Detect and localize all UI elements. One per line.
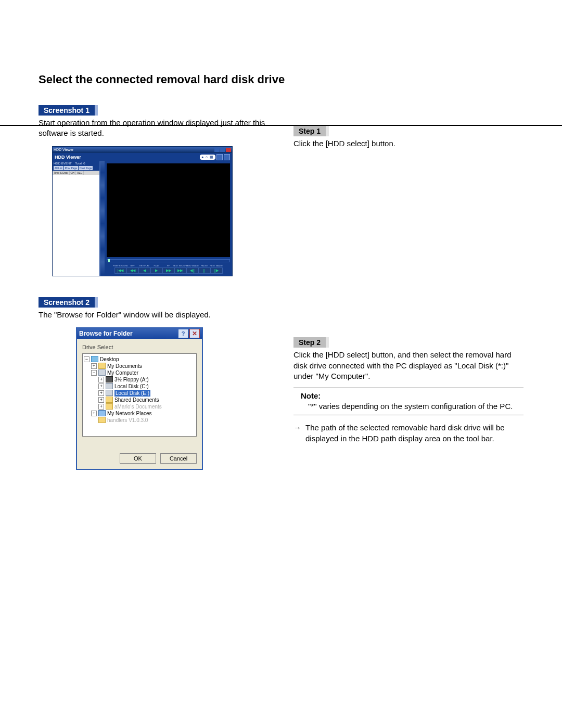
playback-button[interactable]: ▶ <box>150 267 163 274</box>
tree-local-e-selected[interactable]: Local Disk (E:) <box>114 390 150 397</box>
folder-tree[interactable]: −Desktop +My Documents −My Computer +3½ … <box>82 353 197 437</box>
hdd-select-button[interactable]: ●⌂▦ <box>200 155 215 160</box>
screenshot1-label: Screenshot 1 <box>39 105 98 116</box>
playback-button[interactable]: || <box>198 267 211 274</box>
collapse-icon[interactable]: − <box>84 356 90 362</box>
tree-desktop[interactable]: Desktop <box>100 356 119 363</box>
step2-label: Step 2 <box>293 337 329 348</box>
expand-icon[interactable]: + <box>98 397 104 403</box>
hdd-total-label: Total: <box>75 162 82 165</box>
playback-button[interactable]: ◀ <box>138 267 151 274</box>
bff-titlebar: Browse for Folder ? ✕ <box>77 328 202 339</box>
drive-icon <box>106 390 113 396</box>
maximize-icon[interactable] <box>220 148 225 152</box>
playback-button[interactable]: ▶▶| <box>174 267 187 274</box>
hdd-event-panel: HDD EVENT Total: 0 All List Prev Page Ne… <box>53 161 100 276</box>
hdd-total-value: 0 <box>83 162 85 165</box>
screenshot1-text: Start operation from the operation windo… <box>39 118 269 139</box>
toolbar-folder-icon[interactable] <box>216 154 223 160</box>
tree-user-docs[interactable]: aMario's Documents <box>114 403 162 410</box>
close-icon[interactable] <box>226 148 231 152</box>
folder-icon <box>98 363 106 369</box>
expand-icon[interactable]: + <box>98 384 104 389</box>
col-rec: REC <box>76 171 84 175</box>
hdd-viewer-toolbar: HDD Viewer ●⌂▦ <box>53 153 232 161</box>
note-rule-bottom <box>293 415 523 415</box>
hdd-event-list <box>53 175 99 276</box>
drive-select-label: Drive Select <box>82 344 197 350</box>
tree-shared-docs[interactable]: Shared Documents <box>114 397 159 403</box>
screenshot2-label: Screenshot 2 <box>39 297 98 308</box>
folder-icon <box>106 403 113 410</box>
note-body: "*" varies depending on the system confi… <box>308 401 523 412</box>
seek-bar[interactable] <box>107 259 230 262</box>
hdd-event-label: HDD EVENT <box>54 162 72 165</box>
folder-icon <box>106 397 113 403</box>
step1-text: Click the [HDD select] button. <box>293 138 523 149</box>
desktop-icon <box>91 356 98 362</box>
expand-icon[interactable]: + <box>98 377 104 382</box>
playback-button[interactable]: ◀|| <box>186 267 199 274</box>
network-icon <box>98 410 106 416</box>
collapse-icon[interactable]: − <box>91 370 97 376</box>
step2-text: Click the [HDD select] button, and then … <box>293 350 523 381</box>
computer-icon <box>98 369 106 376</box>
hdd-viewer-titlebar: HDD Viewer <box>53 147 232 153</box>
folder-icon <box>98 417 106 423</box>
tree-my-computer[interactable]: My Computer <box>107 369 138 376</box>
expand-icon[interactable]: + <box>91 363 97 369</box>
playback-button[interactable]: ▶▶ <box>162 267 175 274</box>
tree-local-c[interactable]: Local Disk (C:) <box>114 383 149 390</box>
tab-all-list[interactable]: All List <box>54 166 63 170</box>
page-heading: Select the connected removal hard disk d… <box>39 73 523 86</box>
step2-result-text: The path of the selected removable hard … <box>305 423 523 444</box>
tree-last-grey: handlers V1.0.3.0 <box>107 417 148 424</box>
video-area <box>107 163 230 257</box>
minimize-icon[interactable] <box>214 148 220 152</box>
tree-floppy[interactable]: 3½ Floppy (A:) <box>114 376 149 383</box>
tab-next-page[interactable]: Next Page <box>79 166 93 170</box>
divider-stripes <box>100 161 105 276</box>
top-rule <box>0 125 562 126</box>
toolbar-exit-icon[interactable] <box>224 154 230 160</box>
col-ch: CH <box>70 171 76 175</box>
close-icon[interactable]: ✕ <box>189 329 200 338</box>
playback-button[interactable]: |◀◀ <box>114 267 127 274</box>
note-rule-top <box>293 388 523 388</box>
cancel-button[interactable]: Cancel <box>160 453 197 464</box>
arrow-icon: → <box>293 423 301 444</box>
playback-button[interactable]: ||▶ <box>210 267 223 274</box>
expand-icon[interactable]: + <box>98 390 104 396</box>
expand-icon[interactable]: + <box>91 411 97 416</box>
hdd-viewer-window: HDD Viewer HDD Viewer ●⌂▦ <box>52 146 233 276</box>
tab-prev-page[interactable]: Prev Page <box>64 166 78 170</box>
playback-button[interactable]: ◀◀ <box>126 267 139 274</box>
ok-button[interactable]: OK <box>120 453 156 464</box>
expand-icon[interactable]: + <box>98 404 104 410</box>
bff-title: Browse for Folder <box>79 330 177 337</box>
col-time-date: Time & Date <box>53 171 70 175</box>
hdd-viewer-title: HDD Viewer <box>54 148 214 151</box>
step1-label: Step 1 <box>293 126 329 136</box>
hdd-viewer-brand: HDD Viewer <box>55 155 81 160</box>
note-title: Note: <box>301 391 523 400</box>
screenshot2-text: The "Browse for Folder" window will be d… <box>39 310 269 320</box>
help-icon[interactable]: ? <box>178 329 188 338</box>
tree-my-documents[interactable]: My Documents <box>107 363 142 369</box>
browse-for-folder-window: Browse for Folder ? ✕ Drive Select −Desk… <box>76 327 203 470</box>
tree-network-places[interactable]: My Network Places <box>107 410 152 417</box>
floppy-icon <box>106 376 113 382</box>
drive-icon <box>106 383 113 389</box>
